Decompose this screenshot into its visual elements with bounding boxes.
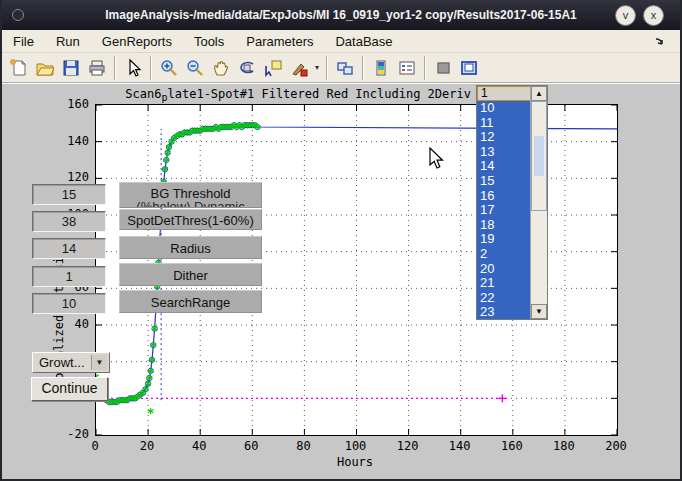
print-icon[interactable] — [84, 55, 110, 81]
x-tick-label: 200 — [596, 439, 636, 453]
scrollbar-thumb[interactable] — [531, 101, 547, 211]
zoom-out-icon[interactable] — [182, 55, 208, 81]
spotdetthres-button[interactable]: SpotDetThres(1-60%) — [119, 209, 262, 230]
spot-number-listbox[interactable]: 1 10111213141516171819220212223 ▲ ▼ — [476, 85, 548, 320]
x-tick-label: 0 — [75, 439, 115, 453]
growth-dropdown[interactable]: Growt... ▼ — [32, 352, 110, 373]
listbox-scrollbar[interactable]: ▲ ▼ — [530, 86, 547, 319]
y-tick-label: -20 — [51, 427, 89, 441]
toolbar-separator — [424, 56, 426, 80]
menu-file[interactable]: File — [2, 31, 45, 52]
brush-icon[interactable] — [286, 55, 312, 81]
scroll-down-icon[interactable]: ▼ — [531, 304, 547, 319]
save-icon[interactable] — [58, 55, 84, 81]
bg-threshold-sublabel: (%below) Dynamic — [120, 200, 261, 208]
menu-genreports[interactable]: GenReports — [91, 31, 183, 52]
growth-dropdown-label: Growt... — [39, 355, 85, 370]
searchrange-field[interactable]: 10 — [32, 293, 106, 314]
x-tick-label: 160 — [492, 439, 532, 453]
data-marker-star — [148, 408, 154, 414]
x-tick-label: 120 — [388, 439, 428, 453]
toolbar: ▾ — [2, 53, 680, 84]
rotate-3d-icon[interactable] — [234, 55, 260, 81]
dock-figure-icon[interactable] — [654, 34, 666, 52]
mouse-cursor-icon — [429, 147, 447, 175]
menu-tools[interactable]: Tools — [183, 31, 235, 52]
brush-dropdown-icon[interactable]: ▾ — [312, 55, 322, 81]
figure-area: Scan6plate1-Spot#1 Filtered Red Includin… — [2, 85, 680, 479]
window-menu-icon[interactable] — [12, 9, 24, 21]
x-tick-label: 140 — [440, 439, 480, 453]
scroll-up-icon[interactable]: ▲ — [531, 86, 547, 101]
toolbar-separator — [326, 56, 328, 80]
y-tick-label: 40 — [51, 317, 89, 331]
legend-icon[interactable] — [394, 55, 420, 81]
pointer-icon[interactable] — [120, 55, 146, 81]
y-tick-label: 120 — [51, 170, 89, 184]
menubar: File Run GenReports Tools Parameters Dat… — [2, 30, 680, 53]
open-folder-icon[interactable] — [32, 55, 58, 81]
show-plot-tools-icon[interactable] — [456, 55, 482, 81]
link-plot-icon[interactable] — [332, 55, 358, 81]
searchrange-button[interactable]: SearchRange — [119, 290, 262, 313]
close-button[interactable]: x — [643, 5, 664, 26]
bg-threshold-field[interactable]: 15 — [32, 184, 106, 205]
radius-field[interactable]: 14 — [32, 238, 106, 259]
x-tick-label: 20 — [127, 439, 167, 453]
spotdetthres-field[interactable]: 38 — [32, 211, 106, 232]
zoom-in-icon[interactable] — [156, 55, 182, 81]
x-tick-label: 40 — [179, 439, 219, 453]
hide-plot-tools-icon[interactable] — [430, 55, 456, 81]
app-window: ImageAnalysis-/media/data/ExpJobs/MI 16_… — [0, 0, 682, 481]
window-title: ImageAnalysis-/media/data/ExpJobs/MI 16_… — [2, 8, 680, 22]
x-tick-label: 180 — [544, 439, 584, 453]
x-tick-label: 60 — [231, 439, 271, 453]
toolbar-separator — [114, 56, 116, 80]
bg-threshold-button[interactable]: BG Threshold (%below) Dynamic — [119, 182, 262, 208]
data-cursor-icon[interactable] — [260, 55, 286, 81]
y-tick-label: 140 — [51, 134, 89, 148]
toolbar-separator — [150, 56, 152, 80]
chevron-down-icon[interactable]: ▼ — [91, 355, 107, 370]
menu-parameters[interactable]: Parameters — [235, 31, 324, 52]
x-tick-label: 80 — [283, 439, 323, 453]
radius-button[interactable]: Radius — [119, 236, 262, 259]
toolbar-separator — [362, 56, 364, 80]
x-tick-label: 100 — [336, 439, 376, 453]
dither-button[interactable]: Dither — [119, 263, 262, 286]
colormap-icon[interactable] — [368, 55, 394, 81]
dither-field[interactable]: 1 — [32, 266, 106, 287]
titlebar: ImageAnalysis-/media/data/ExpJobs/MI 16_… — [2, 0, 680, 30]
y-tick-label: 160 — [51, 97, 89, 111]
continue-button[interactable]: Continue — [31, 377, 108, 401]
menu-run[interactable]: Run — [45, 31, 91, 52]
menu-database[interactable]: DataBase — [324, 31, 403, 52]
new-document-icon[interactable] — [6, 55, 32, 81]
pan-hand-icon[interactable] — [208, 55, 234, 81]
x-axis-label: Hours — [295, 455, 415, 469]
rollup-button[interactable]: v — [615, 5, 636, 26]
